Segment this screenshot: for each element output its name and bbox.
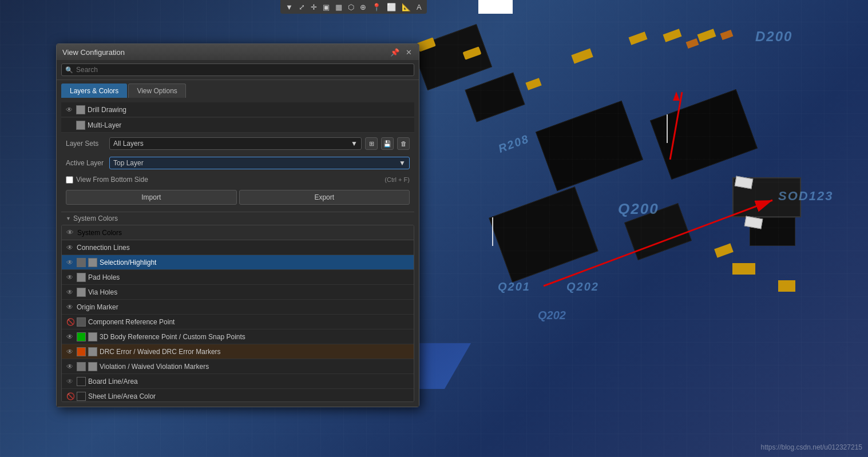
eye-icon[interactable]: 👁 — [66, 363, 74, 371]
view-bottom-label[interactable]: View From Bottom Side — [66, 176, 148, 184]
toolbar-icon-6[interactable]: ⬡ — [346, 2, 356, 12]
layer-item-connection-lines[interactable]: 👁 Connection Lines — [62, 240, 414, 255]
layer-sets-add-button[interactable]: ⊞ — [365, 137, 378, 150]
layer-sets-label: Layer Sets — [66, 140, 106, 148]
system-colors-eye-icon[interactable]: 👁 — [66, 228, 74, 237]
color-swatch-2[interactable] — [88, 258, 97, 267]
search-bar: 🔍 — [57, 60, 419, 80]
layer-list-area[interactable]: 👁 System Colors 👁 Connection Lines 👁 Sel… — [61, 225, 414, 402]
color-swatch[interactable] — [76, 105, 85, 114]
color-swatch[interactable] — [77, 273, 86, 282]
eye-icon[interactable]: 👁 — [66, 333, 74, 341]
active-layer-value: Top Layer — [113, 159, 144, 167]
layer-item-board-line[interactable]: 👁 Board Line/Area — [62, 374, 414, 389]
layer-name: Drill Drawing — [88, 106, 410, 114]
view-bottom-row: View From Bottom Side (Ctrl + F) — [61, 174, 414, 185]
layer-item-drill-drawing[interactable]: 👁 Drill Drawing — [61, 102, 414, 117]
view-configuration-dialog: View Configuration 📌 ✕ 🔍 Layers & Colors… — [56, 43, 419, 407]
chevron-down-icon: ▼ — [351, 140, 358, 148]
layer-name: Violation / Waived Violation Markers — [100, 363, 409, 371]
layer-item-multi-layer[interactable]: 👁 Multi-Layer — [61, 118, 414, 133]
layer-item-via-holes[interactable]: 👁 Via Holes — [62, 285, 414, 300]
search-icon: 🔍 — [65, 66, 73, 74]
color-swatch-2[interactable] — [88, 332, 97, 341]
eye-icon[interactable]: 👁 — [66, 288, 74, 296]
export-button[interactable]: Export — [239, 190, 410, 205]
active-layer-select[interactable]: Top Layer ▼ — [109, 157, 410, 169]
layer-name: Sheet Line/Area Color — [88, 392, 409, 400]
tab-layers-colors[interactable]: Layers & Colors — [61, 84, 127, 98]
svg-line-1 — [544, 200, 772, 286]
dialog-controls: 📌 ✕ — [390, 47, 413, 57]
color-swatch[interactable] — [77, 288, 86, 297]
color-swatch[interactable] — [76, 121, 85, 130]
tab-view-options[interactable]: View Options — [128, 84, 185, 98]
eye-icon[interactable]: 👁 — [66, 273, 74, 281]
layer-sets-delete-button[interactable]: 🗑 — [397, 137, 410, 150]
color-swatch-1[interactable] — [77, 362, 86, 371]
red-arrow-tip-1 — [673, 92, 680, 101]
search-input-wrap[interactable]: 🔍 — [61, 63, 414, 76]
toolbar: ▼ ⤢ ✛ ▣ ▦ ⬡ ⊕ 📍 ⬜ 📐 A — [280, 0, 427, 14]
toolbar-icon-9[interactable]: ⬜ — [385, 2, 398, 12]
eye-icon[interactable]: 👁 — [66, 259, 74, 267]
toolbar-icon-4[interactable]: ▣ — [321, 2, 331, 12]
import-button[interactable]: Import — [66, 190, 237, 205]
layer-name: 3D Body Reference Point / Custom Snap Po… — [100, 333, 409, 341]
dialog-content: 👁 Drill Drawing 👁 Multi-Layer Layer Sets… — [57, 98, 419, 407]
layer-item-selection-highlight[interactable]: 👁 Selection/Highlight — [62, 255, 414, 270]
toolbar-icon-8[interactable]: 📍 — [370, 2, 383, 12]
layer-sets-select[interactable]: All Layers ▼ — [109, 137, 362, 150]
layer-sets-save-button[interactable]: 💾 — [381, 137, 394, 150]
color-swatch-2[interactable] — [88, 347, 97, 356]
layer-item-origin-marker[interactable]: 👁 Origin Marker — [62, 300, 414, 315]
layer-item-drc-error[interactable]: 👁 DRC Error / Waived DRC Error Markers — [62, 344, 414, 359]
layer-sets-value: All Layers — [113, 140, 144, 148]
search-input[interactable] — [76, 66, 410, 74]
red-arrow-diagonal — [486, 172, 830, 343]
layer-item-sheet-line[interactable]: 🚫 Sheet Line/Area Color — [62, 389, 414, 402]
dialog-pin-button[interactable]: 📌 — [390, 47, 399, 57]
eye-slash-icon[interactable]: 👁 — [66, 377, 74, 386]
active-layer-label: Active Layer — [66, 159, 106, 167]
layer-name: Component Reference Point — [88, 318, 409, 326]
color-swatch-1[interactable] — [77, 347, 86, 356]
toolbar-icon-10[interactable]: 📐 — [400, 2, 413, 12]
eye-icon[interactable]: 👁 — [66, 303, 74, 311]
color-swatch[interactable] — [77, 317, 86, 327]
layer-item-3d-body-ref[interactable]: 👁 3D Body Reference Point / Custom Snap … — [62, 329, 414, 344]
eye-icon[interactable]: 👁 — [66, 244, 74, 252]
color-swatch[interactable] — [77, 392, 86, 401]
layer-sets-row: Layer Sets All Layers ▼ ⊞ 💾 🗑 — [61, 135, 414, 152]
layer-item-violation[interactable]: 👁 Violation / Waived Violation Markers — [62, 359, 414, 374]
color-swatch[interactable] — [77, 377, 86, 386]
collapse-icon[interactable]: ▼ — [66, 216, 71, 221]
toolbar-icon-5[interactable]: ▦ — [334, 2, 344, 12]
import-export-row: Import Export — [61, 188, 414, 207]
color-swatch-1[interactable] — [77, 258, 86, 267]
dialog-close-button[interactable]: ✕ — [404, 47, 413, 57]
dialog-titlebar[interactable]: View Configuration 📌 ✕ — [57, 44, 419, 60]
system-colors-title-row: 👁 System Colors — [62, 225, 414, 240]
toolbar-icon-3[interactable]: ✛ — [309, 2, 319, 12]
view-bottom-checkbox[interactable] — [66, 176, 73, 184]
watermark: https://blog.csdn.net/u012327215 — [761, 443, 862, 451]
eye-icon[interactable]: 👁 — [66, 348, 74, 356]
layer-item-pad-holes[interactable]: 👁 Pad Holes — [62, 270, 414, 285]
toolbar-icon-11[interactable]: A — [415, 2, 423, 12]
eye-slash-icon[interactable]: 🚫 — [66, 318, 74, 326]
color-swatch-1[interactable] — [77, 332, 86, 341]
toolbar-icon-7[interactable]: ⊕ — [358, 2, 368, 12]
view-bottom-text: View From Bottom Side — [76, 176, 148, 184]
toolbar-filter-icon[interactable]: ▼ — [284, 2, 295, 12]
system-colors-header: ▼ System Colors — [61, 212, 414, 225]
chevron-down-icon-2: ▼ — [399, 159, 406, 167]
tabs-container: Layers & Colors View Options — [57, 80, 419, 98]
dialog-title: View Configuration — [62, 48, 125, 57]
toolbar-icon-2[interactable]: ⤢ — [297, 2, 307, 12]
color-swatch-2[interactable] — [88, 362, 97, 371]
layer-item-component-ref-point[interactable]: 🚫 Component Reference Point — [62, 315, 414, 329]
view-bottom-shortcut: (Ctrl + F) — [385, 176, 410, 183]
eye-slash-icon[interactable]: 🚫 — [66, 392, 74, 400]
eye-icon[interactable]: 👁 — [66, 106, 74, 114]
